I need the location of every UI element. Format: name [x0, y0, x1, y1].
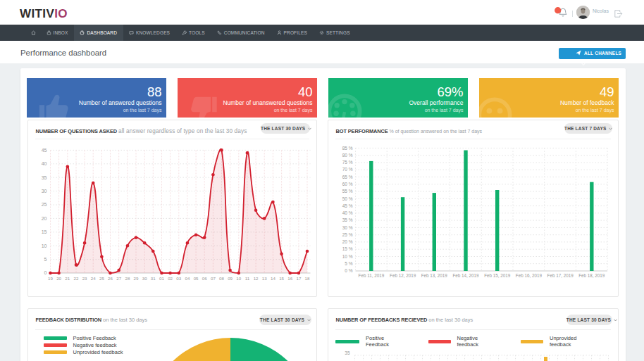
svg-text:08: 08 — [219, 276, 224, 281]
svg-text:10: 10 — [236, 276, 241, 281]
svg-text:45 %: 45 % — [342, 203, 352, 208]
svg-text:23: 23 — [82, 276, 87, 281]
svg-text:25: 25 — [41, 202, 47, 207]
svg-text:01: 01 — [159, 276, 164, 281]
svg-text:24: 24 — [90, 276, 95, 281]
svg-text:19: 19 — [48, 276, 53, 281]
svg-text:35 %: 35 % — [342, 217, 352, 222]
svg-text:04: 04 — [185, 276, 190, 281]
svg-text:40: 40 — [41, 161, 47, 166]
svg-text:Feb 17, 2019: Feb 17, 2019 — [547, 273, 574, 278]
svg-text:07: 07 — [210, 276, 215, 281]
svg-text:28: 28 — [125, 276, 130, 281]
svg-text:10: 10 — [41, 243, 47, 248]
svg-text:15: 15 — [279, 276, 284, 281]
svg-text:22: 22 — [73, 276, 78, 281]
svg-text:65 %: 65 % — [342, 175, 352, 179]
svg-text:Feb 11, 2019: Feb 11, 2019 — [358, 273, 384, 278]
svg-text:30 %: 30 % — [342, 225, 352, 230]
svg-text:11: 11 — [244, 276, 249, 281]
svg-text:17: 17 — [296, 276, 301, 281]
svg-text:70 %: 70 % — [342, 167, 352, 172]
svg-text:5: 5 — [44, 257, 47, 262]
svg-text:13: 13 — [261, 276, 266, 281]
svg-text:0 %: 0 % — [345, 268, 352, 273]
svg-text:Feb 15, 2019: Feb 15, 2019 — [484, 273, 511, 278]
svg-text:Feb 12, 2019: Feb 12, 2019 — [390, 273, 416, 278]
svg-text:02: 02 — [168, 276, 173, 281]
svg-text:0: 0 — [44, 270, 47, 275]
svg-text:10 %: 10 % — [342, 254, 352, 259]
svg-text:60 %: 60 % — [342, 182, 352, 186]
svg-text:Feb 16, 2019: Feb 16, 2019 — [515, 273, 542, 278]
svg-text:5 %: 5 % — [345, 261, 352, 266]
svg-text:16: 16 — [287, 276, 292, 281]
svg-text:75 %: 75 % — [342, 160, 352, 165]
svg-text:35: 35 — [345, 350, 350, 355]
svg-text:35: 35 — [41, 175, 47, 180]
svg-text:18: 18 — [304, 276, 309, 281]
svg-text:30: 30 — [41, 189, 47, 194]
svg-text:15: 15 — [41, 229, 47, 234]
svg-text:Feb 13, 2019: Feb 13, 2019 — [421, 273, 447, 278]
svg-text:40 %: 40 % — [342, 210, 352, 215]
svg-text:27: 27 — [116, 276, 121, 281]
svg-text:26: 26 — [108, 276, 113, 281]
svg-text:12: 12 — [253, 276, 258, 281]
svg-text:05: 05 — [193, 276, 198, 281]
svg-text:09: 09 — [228, 276, 233, 281]
svg-text:20: 20 — [41, 216, 47, 221]
svg-text:20 %: 20 % — [342, 239, 352, 244]
svg-text:30: 30 — [142, 276, 147, 281]
svg-text:06: 06 — [202, 276, 206, 281]
svg-text:85 %: 85 % — [342, 146, 352, 151]
svg-text:50 %: 50 % — [342, 196, 352, 201]
svg-text:21: 21 — [65, 276, 70, 281]
svg-text:20: 20 — [56, 276, 61, 281]
svg-text:15 %: 15 % — [342, 246, 352, 251]
svg-text:14: 14 — [270, 276, 275, 281]
svg-text:Feb 14, 2019: Feb 14, 2019 — [452, 273, 479, 278]
svg-text:80 %: 80 % — [342, 153, 352, 158]
svg-text:25 %: 25 % — [342, 232, 352, 237]
svg-text:Feb 18, 2019: Feb 18, 2019 — [578, 273, 605, 278]
svg-text:29: 29 — [133, 276, 138, 281]
svg-text:03: 03 — [176, 276, 181, 281]
svg-text:45: 45 — [41, 148, 47, 153]
svg-text:55 %: 55 % — [342, 189, 352, 194]
svg-text:31: 31 — [150, 276, 155, 281]
svg-text:25: 25 — [99, 276, 104, 281]
